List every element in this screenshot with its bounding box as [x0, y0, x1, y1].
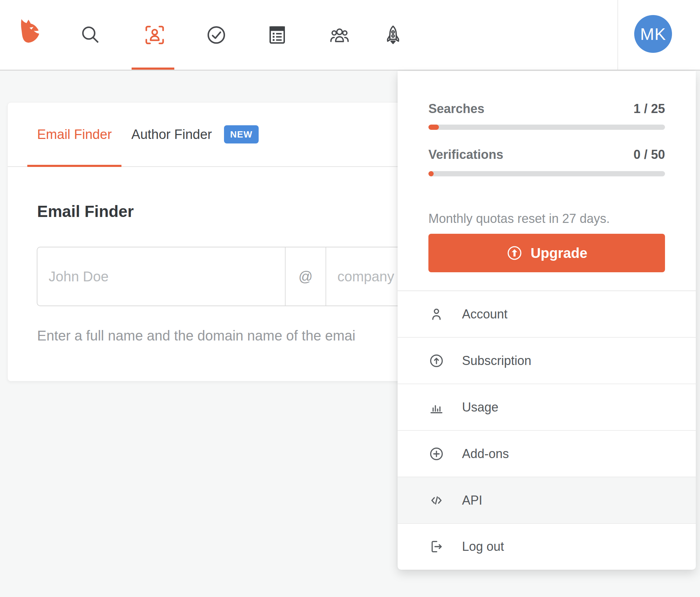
- nav-campaigns-button[interactable]: [379, 22, 407, 48]
- upgrade-button[interactable]: Upgrade: [428, 234, 665, 272]
- hunter-fox-logo[interactable]: [15, 17, 44, 46]
- fox-icon: [15, 17, 44, 45]
- menu-item-add-ons[interactable]: Add-ons: [398, 431, 696, 477]
- tab-email-finder[interactable]: Email Finder: [27, 103, 121, 166]
- email-finder-icon: [144, 24, 166, 46]
- nav-email-finder-button[interactable]: [141, 22, 169, 48]
- menu-item-api[interactable]: API: [398, 477, 696, 524]
- verifications-value: 0 / 50: [634, 147, 665, 162]
- tab-email-finder-label: Email Finder: [37, 127, 112, 142]
- search-icon: [79, 24, 102, 46]
- menu-item-account[interactable]: Account: [398, 291, 696, 338]
- new-badge: NEW: [224, 125, 259, 143]
- app-root: MK Email Finder Author Finder NEW Email …: [0, 0, 700, 597]
- active-nav-underline: [132, 68, 174, 70]
- user-avatar[interactable]: MK: [634, 15, 672, 53]
- bar-chart-icon: [428, 399, 444, 415]
- searches-progress-track: [428, 125, 665, 130]
- logout-icon: [428, 539, 444, 555]
- searches-value: 1 / 25: [634, 101, 665, 116]
- menu-item-label: Log out: [462, 539, 504, 554]
- top-navbar: MK: [0, 0, 700, 71]
- nav-bulks-button[interactable]: [263, 22, 291, 48]
- arrow-up-circle-icon: [428, 353, 444, 369]
- menu-item-label: Usage: [462, 400, 498, 415]
- menu-item-usage[interactable]: Usage: [398, 384, 696, 431]
- menu-item-log-out[interactable]: Log out: [398, 524, 696, 569]
- quota-section: Searches 1 / 25 Verifications 0 / 50 Mon…: [398, 71, 696, 226]
- upgrade-label: Upgrade: [531, 245, 587, 261]
- menu-item-label: API: [462, 493, 482, 508]
- searches-label: Searches: [428, 101, 484, 116]
- menu-item-label: Subscription: [462, 353, 531, 368]
- verifications-progress-track: [428, 171, 665, 176]
- full-name-input[interactable]: [37, 247, 285, 305]
- at-symbol: @: [285, 247, 326, 305]
- list-icon: [266, 24, 288, 46]
- quota-reset-note: Monthly quotas reset in 27 days.: [428, 211, 665, 226]
- verifications-quota-row: Verifications 0 / 50: [428, 147, 665, 162]
- verifications-progress-fill: [428, 171, 434, 176]
- user-icon: [428, 306, 444, 322]
- plus-circle-icon: [428, 446, 444, 462]
- people-icon: [328, 24, 351, 46]
- searches-quota-row: Searches 1 / 25: [428, 101, 665, 116]
- nav-leads-button[interactable]: [326, 22, 354, 48]
- tab-author-finder[interactable]: Author Finder NEW: [121, 103, 268, 166]
- menu-item-label: Add-ons: [462, 447, 509, 461]
- menu-item-subscription[interactable]: Subscription: [398, 338, 696, 384]
- code-icon: [428, 492, 444, 508]
- check-circle-icon: [205, 24, 227, 46]
- tab-author-finder-label: Author Finder: [131, 127, 212, 142]
- searches-progress-fill: [428, 125, 439, 130]
- account-dropdown-menu: Searches 1 / 25 Verifications 0 / 50 Mon…: [398, 71, 696, 570]
- nav-verifier-button[interactable]: [202, 22, 230, 48]
- navbar-divider: [617, 0, 618, 70]
- account-menu-list: Account Subscription Usage: [398, 290, 696, 569]
- menu-item-label: Account: [462, 307, 507, 322]
- upgrade-arrow-icon: [506, 245, 523, 261]
- nav-search-button[interactable]: [77, 22, 105, 48]
- verifications-label: Verifications: [428, 147, 503, 162]
- rocket-icon: [382, 24, 404, 46]
